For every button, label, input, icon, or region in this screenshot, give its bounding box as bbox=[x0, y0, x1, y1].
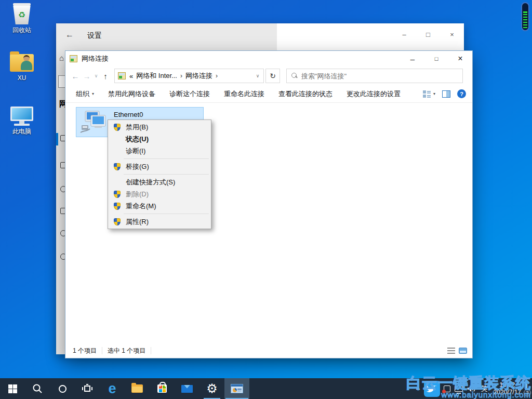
nav-up-icon[interactable]: ↑ bbox=[100, 72, 111, 81]
close-button[interactable]: × bbox=[448, 51, 472, 66]
uac-shield-icon bbox=[114, 203, 121, 210]
search-box[interactable] bbox=[286, 69, 463, 83]
settings-window-title: 设置 bbox=[87, 31, 102, 41]
toolbar-disable-device-button[interactable]: 禁用此网络设备 bbox=[108, 89, 155, 99]
menu-item-rename[interactable]: 重命名(M) bbox=[108, 200, 211, 212]
recycle-bin-icon: ♻ bbox=[3, 3, 41, 24]
nav-history-icon[interactable]: ∨ bbox=[92, 73, 100, 78]
toolbar-rename-button[interactable]: 重命名此连接 bbox=[224, 89, 264, 99]
meter-bars bbox=[523, 11, 527, 28]
this-pc-icon bbox=[3, 107, 41, 126]
breadcrumb-separator[interactable]: › bbox=[216, 72, 218, 79]
cortana-button[interactable] bbox=[50, 378, 75, 399]
desktop-icon-user-folder[interactable]: XU bbox=[3, 54, 41, 82]
desktop-icon-label: 此电脑 bbox=[3, 127, 41, 136]
nav-back-icon[interactable]: ← bbox=[70, 72, 81, 81]
folder-icon bbox=[131, 384, 143, 393]
breadcrumb: « 网络和 Inter... › 网络连接 › bbox=[129, 71, 218, 81]
status-bar: 1 个项目 选中 1 个项目 bbox=[65, 343, 472, 358]
tiles-view-icon bbox=[423, 90, 431, 98]
edge-icon: e bbox=[108, 382, 116, 396]
title-bar[interactable]: 网络连接 – □ × bbox=[65, 51, 472, 66]
task-view-button[interactable] bbox=[75, 378, 100, 399]
menu-item-label: 诊断(I) bbox=[126, 147, 145, 156]
address-dropdown-icon[interactable]: ∨ bbox=[252, 73, 263, 78]
uac-shield-icon bbox=[114, 124, 121, 131]
uac-shield-icon bbox=[114, 191, 121, 198]
uac-shield-icon bbox=[114, 163, 121, 170]
search-input[interactable] bbox=[301, 72, 462, 80]
chevron-down-icon: ▾ bbox=[92, 91, 94, 96]
search-icon bbox=[291, 73, 298, 79]
edge-button[interactable]: e bbox=[100, 378, 125, 399]
menu-item-label: 删除(D) bbox=[126, 190, 149, 199]
recycle-symbol-icon: ♻ bbox=[12, 10, 32, 20]
mail-icon bbox=[181, 385, 193, 393]
help-button[interactable]: ? bbox=[457, 89, 466, 98]
command-toolbar: 组织 ▾ 禁用此网络设备 诊断这个连接 重命名此连接 查看此连接的状态 更改此连… bbox=[65, 85, 472, 103]
menu-item-status[interactable]: 状态(U) bbox=[108, 133, 211, 145]
organize-label: 组织 bbox=[76, 89, 89, 99]
refresh-button[interactable]: ↻ bbox=[265, 69, 280, 83]
bird-icon bbox=[427, 384, 437, 393]
cortana-icon bbox=[59, 385, 66, 393]
volume-tray-icon[interactable] bbox=[467, 384, 476, 393]
menu-item-label: 禁用(B) bbox=[126, 123, 148, 132]
notification-count-badge: 2 bbox=[524, 389, 531, 396]
chevron-down-icon: ▾ bbox=[433, 91, 435, 96]
windows-logo-icon bbox=[8, 384, 17, 393]
desktop-icon-label: 回收站 bbox=[3, 26, 41, 35]
menu-item-disable[interactable]: 禁用(B) bbox=[108, 121, 211, 133]
network-speed-meter-widget bbox=[521, 2, 529, 31]
minimize-button[interactable]: – bbox=[401, 51, 424, 66]
task-view-icon bbox=[82, 384, 92, 393]
nav-forward-icon[interactable]: → bbox=[81, 72, 92, 81]
menu-item-properties[interactable]: 属性(R) bbox=[108, 216, 211, 228]
start-button[interactable] bbox=[0, 378, 25, 399]
menu-item-bridge[interactable]: 桥接(G) bbox=[108, 161, 211, 172]
desktop-icon-recycle-bin[interactable]: ♻ 回收站 bbox=[3, 3, 41, 35]
action-center-button[interactable]: 2 bbox=[526, 384, 527, 393]
change-view-button[interactable]: ▾ bbox=[423, 90, 435, 98]
network-connections-icon bbox=[70, 55, 77, 62]
preview-pane-icon[interactable] bbox=[442, 90, 450, 98]
toolbar-change-settings-button[interactable]: 更改此连接的设置 bbox=[347, 89, 401, 99]
taskbar-search-button[interactable] bbox=[25, 378, 50, 399]
close-button[interactable]: × bbox=[440, 23, 464, 45]
maximize-button[interactable]: □ bbox=[424, 51, 448, 66]
network-tray-icon[interactable] bbox=[455, 386, 463, 392]
security-tray-icon[interactable] bbox=[444, 385, 450, 392]
toolbar-diagnose-button[interactable]: 诊断这个连接 bbox=[169, 89, 210, 99]
toolbar-view-status-button[interactable]: 查看此连接的状态 bbox=[278, 89, 332, 99]
settings-taskbar-button[interactable]: ⚙ bbox=[200, 378, 224, 399]
store-button[interactable] bbox=[150, 378, 175, 399]
input-language-indicator[interactable]: 英 bbox=[481, 384, 488, 393]
menu-item-create-shortcut[interactable]: 创建快捷方式(S) bbox=[108, 176, 211, 188]
menu-item-diagnose[interactable]: 诊断(I) bbox=[108, 145, 211, 157]
breadcrumb-segment[interactable]: 网络和 Inter... bbox=[136, 71, 177, 81]
clock-date: 2020/7/17 bbox=[494, 389, 521, 396]
desktop-icon-this-pc[interactable]: 此电脑 bbox=[3, 107, 41, 136]
address-box[interactable]: « 网络和 Inter... › 网络连接 › ∨ bbox=[114, 69, 264, 83]
notification-dot bbox=[442, 390, 446, 393]
mail-button[interactable] bbox=[175, 378, 200, 399]
breadcrumb-separator[interactable]: › bbox=[180, 72, 182, 79]
taskbar-clock[interactable]: 16:02 2020/7/17 bbox=[494, 381, 521, 396]
file-explorer-button[interactable] bbox=[125, 378, 150, 399]
clock-time: 16:02 bbox=[499, 381, 515, 389]
gear-icon: ⚙ bbox=[206, 382, 218, 395]
breadcrumb-segment[interactable]: 网络连接 bbox=[185, 71, 212, 81]
maximize-button[interactable]: □ bbox=[416, 23, 440, 45]
bird-app-tray-icon[interactable] bbox=[424, 381, 440, 397]
home-icon[interactable]: ⌂ bbox=[59, 54, 64, 62]
speaker-icon bbox=[467, 384, 476, 393]
show-hidden-icons-chevron[interactable]: ^ bbox=[414, 385, 422, 393]
network-connections-taskbar-button[interactable] bbox=[224, 378, 249, 399]
organize-button[interactable]: 组织 ▾ bbox=[76, 89, 94, 99]
window-title: 网络连接 bbox=[82, 54, 109, 63]
minimize-button[interactable]: – bbox=[392, 23, 416, 45]
details-view-icon[interactable] bbox=[447, 348, 455, 354]
back-arrow-icon[interactable]: ← bbox=[65, 30, 74, 39]
context-menu: 禁用(B) 状态(U) 诊断(I) 桥接(G) 创建快捷方式(S) 删除(D) … bbox=[108, 119, 211, 229]
large-icons-view-icon[interactable] bbox=[459, 348, 467, 354]
